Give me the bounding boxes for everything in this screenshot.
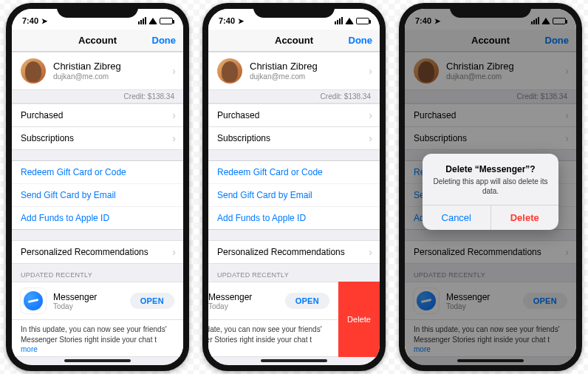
location-arrow-icon: ➤	[238, 17, 244, 25]
chevron-right-icon: ›	[172, 246, 176, 258]
screen: 7:40 ➤ Account Done Christian Zibreg duj…	[208, 9, 380, 365]
update-description: In this update, you can now see your fri…	[12, 320, 183, 357]
user-name: Christian Zibreg	[250, 61, 318, 72]
app-subtitle: Today	[53, 302, 130, 310]
chevron-right-icon: ›	[369, 132, 372, 144]
chevron-right-icon: ›	[172, 65, 176, 77]
avatar	[21, 58, 46, 84]
chevron-right-icon: ›	[172, 132, 176, 144]
notch	[253, 3, 335, 18]
menu-subscriptions[interactable]: Subscriptions›	[208, 127, 380, 150]
section-updated-recently: UPDATED RECENTLY	[208, 264, 380, 282]
section-updated-recently: UPDATED RECENTLY	[12, 264, 183, 282]
link-redeem[interactable]: Redeem Gift Card or Code	[208, 160, 380, 183]
home-indicator[interactable]	[64, 359, 131, 362]
screen: 7:40 ➤ Account Done Christian Zibreg duj…	[405, 9, 576, 365]
location-arrow-icon: ➤	[41, 17, 47, 25]
menu-label: Personalized Recommendations	[21, 247, 148, 257]
nav-bar: Account Done	[12, 30, 183, 52]
menu-personalized[interactable]: Personalized Recommendations›	[208, 240, 380, 264]
nav-title: Account	[275, 35, 313, 46]
battery-icon	[160, 18, 173, 24]
wifi-icon	[345, 18, 354, 24]
menu-purchased[interactable]: Purchased ›	[12, 103, 183, 127]
app-name: Messenger	[53, 292, 130, 302]
update-description: In this update, you can now see your fri…	[208, 320, 338, 357]
chevron-right-icon: ›	[369, 109, 372, 121]
wifi-icon	[148, 18, 157, 24]
alert-cancel-button[interactable]: Cancel	[423, 205, 491, 230]
credit-label: Credit: $138.34	[12, 90, 183, 103]
cellular-signal-icon	[335, 17, 343, 24]
home-indicator[interactable]	[261, 359, 327, 362]
app-row-messenger[interactable]: Messenger Today OPEN	[208, 282, 338, 320]
home-indicator[interactable]	[457, 359, 524, 362]
battery-icon	[356, 18, 369, 24]
open-button[interactable]: OPEN	[285, 293, 329, 309]
status-time: 7:40	[219, 16, 235, 25]
avatar	[217, 58, 242, 84]
menu-label: Purchased	[21, 110, 63, 120]
alert-delete-button[interactable]: Delete	[491, 205, 559, 230]
credit-label: Credit: $138.34	[208, 90, 380, 103]
open-button[interactable]: OPEN	[130, 293, 174, 309]
user-row[interactable]: Christian Zibreg dujkan@me.com ›	[12, 52, 183, 90]
link-send-gift[interactable]: Send Gift Card by Email	[208, 183, 380, 206]
phone-2: 7:40 ➤ Account Done Christian Zibreg duj…	[202, 3, 386, 371]
nav-title: Account	[78, 35, 117, 46]
chevron-right-icon: ›	[369, 65, 372, 77]
nav-bar: Account Done	[208, 30, 380, 52]
delete-alert: Delete “Messenger”? Deleting this app wi…	[423, 154, 558, 230]
alert-title: Delete “Messenger”?	[431, 164, 550, 174]
done-button[interactable]: Done	[152, 35, 177, 46]
menu-subscriptions[interactable]: Subscriptions ›	[12, 127, 183, 150]
user-email: dujkan@me.com	[250, 72, 318, 81]
menu-purchased[interactable]: Purchased›	[208, 103, 380, 127]
menu-label: Subscriptions	[21, 133, 74, 143]
phone-1: 7:40 ➤ Account Done Christian Zibreg duj…	[6, 3, 189, 371]
phone-3: 7:40 ➤ Account Done Christian Zibreg duj…	[399, 3, 582, 371]
chevron-right-icon: ›	[172, 109, 176, 121]
screen: 7:40 ➤ Account Done Christian Zibreg duj…	[12, 9, 183, 365]
menu-personalized[interactable]: Personalized Recommendations ›	[12, 240, 183, 264]
chevron-right-icon: ›	[369, 246, 372, 258]
alert-message: Deleting this app will also delete its d…	[431, 177, 550, 196]
link-add-funds[interactable]: Add Funds to Apple ID	[12, 206, 183, 230]
swipe-container[interactable]: Messenger Today OPEN In this update, you…	[208, 282, 380, 357]
more-link[interactable]: more	[21, 345, 38, 353]
app-row-messenger[interactable]: Messenger Today OPEN	[12, 282, 183, 320]
notch	[450, 3, 531, 18]
done-button[interactable]: Done	[349, 35, 373, 46]
link-add-funds[interactable]: Add Funds to Apple ID	[208, 206, 380, 230]
status-time: 7:40	[22, 16, 38, 25]
link-redeem[interactable]: Redeem Gift Card or Code	[12, 160, 183, 183]
user-name: Christian Zibreg	[53, 61, 121, 72]
user-email: dujkan@me.com	[53, 72, 121, 81]
swipe-delete-button[interactable]: Delete	[338, 282, 380, 357]
cellular-signal-icon	[138, 17, 146, 24]
notch	[57, 3, 138, 18]
messenger-icon	[21, 288, 46, 313]
user-row[interactable]: Christian Zibreg dujkan@me.com ›	[208, 52, 380, 90]
link-send-gift[interactable]: Send Gift Card by Email	[12, 183, 183, 206]
